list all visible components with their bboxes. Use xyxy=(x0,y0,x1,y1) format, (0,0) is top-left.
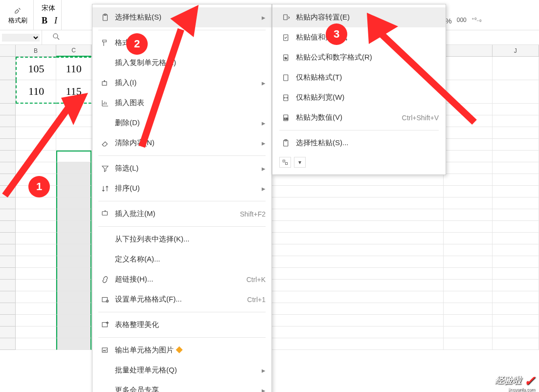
menu-label: 批量处理单元格(Q) xyxy=(112,366,259,375)
menu-separator xyxy=(98,337,266,338)
menu-format-cells[interactable]: 设置单元格格式(F)... Ctrl+1 xyxy=(92,289,271,309)
svg-rect-20 xyxy=(286,163,288,165)
chevron-right-icon: ▸ xyxy=(262,184,266,193)
menu-insert-comment[interactable]: 插入批注(M) Shift+F2 xyxy=(92,204,271,224)
menu-separator xyxy=(98,312,266,312)
menu-label: 排序(U) xyxy=(112,184,259,193)
clipboard-group: 格式刷 xyxy=(2,0,34,30)
annotation-circle-3: 3 xyxy=(326,23,347,45)
svg-line-25 xyxy=(382,34,474,122)
menu-label: 输出单元格为图片 ◆ xyxy=(112,346,266,355)
gear-icon xyxy=(98,295,112,304)
menu-label: 插入批注(M) xyxy=(112,209,240,218)
chevron-right-icon: ▸ xyxy=(262,13,266,22)
col-header-C[interactable]: C xyxy=(56,45,91,57)
svg-line-23 xyxy=(142,29,181,147)
extra-button-dropdown[interactable]: ▾ xyxy=(294,157,306,168)
menu-separator xyxy=(98,155,266,156)
svg-text:fx: fx xyxy=(285,57,287,60)
annotation-arrow-2 xyxy=(137,5,215,152)
menu-filter[interactable]: 筛选(L) ▸ xyxy=(92,158,271,178)
menu-separator xyxy=(98,201,266,201)
shortcut-text: Shift+F2 xyxy=(240,210,266,218)
insert-icon xyxy=(98,79,112,87)
format-painter-label: 格式刷 xyxy=(8,16,27,25)
menu-table-beautify[interactable]: 表格整理美化 xyxy=(92,315,271,335)
menu-separator xyxy=(279,130,439,131)
cell[interactable] xyxy=(493,80,539,104)
menu-label: 更多会员专享 xyxy=(112,386,259,392)
format-painter-button[interactable]: 格式刷 xyxy=(6,4,29,26)
shortcut-text: Ctrl+K xyxy=(247,276,266,283)
transpose-icon xyxy=(279,13,293,22)
col-header-J[interactable]: J xyxy=(493,45,539,57)
select-all-corner[interactable] xyxy=(0,45,16,57)
menu-batch-process[interactable]: 批量处理单元格(Q) ▸ xyxy=(92,360,271,380)
svg-rect-3 xyxy=(102,82,107,86)
menu-label: 超链接(H)... xyxy=(112,275,247,284)
row-header[interactable] xyxy=(0,57,16,80)
extra-button-1[interactable] xyxy=(279,157,291,168)
chevron-right-icon: ▸ xyxy=(262,164,266,173)
sparkle-icon xyxy=(98,321,112,329)
annotation-circle-1: 1 xyxy=(28,176,50,197)
menu-define-name[interactable]: 定义名称(A)... xyxy=(92,249,271,269)
font-name-select[interactable]: 宋体 xyxy=(42,4,57,13)
name-box[interactable] xyxy=(0,30,42,44)
clipboard-fx-icon: fx xyxy=(279,53,293,62)
clipboard-check-icon xyxy=(279,33,293,42)
brush-icon xyxy=(98,39,112,47)
svg-rect-9 xyxy=(284,15,288,20)
submenu-paste-special-dialog[interactable]: 选择性粘贴(S)... xyxy=(272,133,446,153)
eraser-icon xyxy=(98,139,112,148)
bold-button[interactable]: B xyxy=(42,16,47,26)
annotation-arrow-3 xyxy=(352,10,479,127)
image-icon xyxy=(98,346,112,355)
menu-label: 表格整理美化 xyxy=(112,320,266,329)
menu-separator xyxy=(98,226,266,227)
svg-rect-13 xyxy=(284,75,288,81)
menu-more-vip[interactable]: 更多会员专享 ▸ xyxy=(92,380,271,392)
svg-point-0 xyxy=(53,34,58,38)
width-icon xyxy=(279,93,293,102)
svg-rect-4 xyxy=(102,211,108,215)
svg-rect-8 xyxy=(102,348,108,352)
paintbrush-icon xyxy=(13,5,23,15)
chevron-right-icon: ▸ xyxy=(262,386,266,392)
link-icon xyxy=(98,275,112,284)
menu-sort[interactable]: 排序(U) ▸ xyxy=(92,178,271,198)
comment-icon xyxy=(98,210,112,218)
submenu-label: 选择性粘贴(S)... xyxy=(293,138,439,148)
font-group: 宋体 B I xyxy=(38,0,62,30)
annotation-circle-2: 2 xyxy=(126,33,148,55)
chevron-right-icon: ▸ xyxy=(262,366,266,375)
watermark-url: jingyanla.com xyxy=(508,387,535,392)
svg-marker-24 xyxy=(170,5,199,37)
menu-pick-from-list[interactable]: 从下拉列表中选择(K)... xyxy=(92,229,271,249)
funnel-icon xyxy=(98,164,112,173)
col-header-B[interactable]: B xyxy=(16,45,57,57)
name-box-select[interactable] xyxy=(2,34,40,42)
menu-label: 从下拉列表中选择(K)... xyxy=(112,235,266,244)
chevron-right-icon: ▸ xyxy=(262,79,266,87)
chevron-right-icon: ▸ xyxy=(262,139,266,148)
menu-export-as-image[interactable]: 输出单元格为图片 ◆ xyxy=(92,340,271,360)
clipboard-icon xyxy=(98,13,112,22)
chart-icon xyxy=(98,99,112,108)
menu-label: 设置单元格格式(F)... xyxy=(112,295,247,304)
number-icon: 123 xyxy=(279,113,293,122)
svg-rect-5 xyxy=(102,297,108,302)
svg-text:123: 123 xyxy=(284,117,289,120)
cell[interactable] xyxy=(493,57,539,80)
cell-C2[interactable]: 110 xyxy=(56,57,91,80)
submenu-extra-buttons: ▾ xyxy=(272,153,446,172)
magnifier-icon[interactable] xyxy=(52,32,61,43)
menu-label: 筛选(L) xyxy=(112,164,259,173)
menu-hyperlink[interactable]: 超链接(H)... Ctrl+K xyxy=(92,269,271,289)
shortcut-text: Ctrl+1 xyxy=(247,296,266,304)
svg-rect-19 xyxy=(283,160,285,162)
menu-label: 定义名称(A)... xyxy=(112,255,266,264)
cell-B2[interactable]: 105 xyxy=(16,57,57,80)
clipboard-icon xyxy=(279,73,293,82)
italic-button[interactable]: I xyxy=(54,16,57,26)
